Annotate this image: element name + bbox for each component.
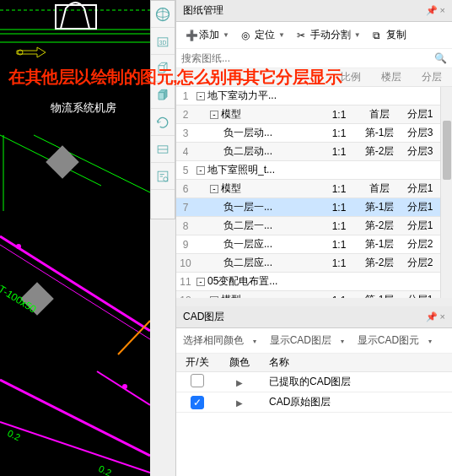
row-ratio: 1:1	[319, 183, 359, 195]
tree-row[interactable]: 11-05变配电布置...	[176, 273, 440, 291]
row-index: 1	[176, 90, 195, 102]
tree-header: 图元 比例 楼层 分层	[176, 68, 452, 87]
cad-num-b: 0.2	[97, 463, 113, 476]
scroll-thumb[interactable]	[443, 121, 451, 180]
row-floor: 第-2层	[359, 256, 400, 270]
tool-3d[interactable]: 3D	[151, 28, 175, 55]
pin-icon[interactable]: 📌 ×	[426, 5, 445, 16]
drawing-panel-title: 图纸管理	[183, 3, 223, 18]
col-layer[interactable]: 分层	[412, 70, 452, 84]
tree-row[interactable]: 8负二层一...1:1第-2层分层1	[176, 217, 440, 235]
tool-globe[interactable]	[151, 1, 175, 28]
svg-point-12	[16, 244, 21, 249]
tree-row[interactable]: 9负一层应...1:1第-1层分层2	[176, 235, 440, 254]
expander-icon[interactable]: -	[196, 166, 205, 175]
col-floor[interactable]: 楼层	[371, 70, 412, 84]
split-button[interactable]: ✂手动分割▼	[293, 25, 365, 45]
row-floor: 第-2层	[359, 219, 400, 233]
opt-show-layer[interactable]: 显示CAD图层 ▾	[270, 334, 350, 346]
scissors-icon: ✂	[297, 30, 309, 41]
row-ratio: 1:1	[319, 127, 359, 139]
plus-icon: ➕	[186, 30, 197, 41]
opt-same-color[interactable]: 选择相同颜色 ▾	[183, 334, 261, 346]
row-ratio: 1:1	[319, 239, 359, 251]
cad-room-label: 物流系统机房	[51, 101, 116, 114]
row-layer: 分层1	[400, 200, 440, 214]
copy-button[interactable]: ⧉复制	[369, 25, 411, 45]
row-layer: 分层3	[400, 126, 440, 140]
opt-show-elem[interactable]: 显示CAD图元 ▾	[358, 334, 438, 346]
expander-icon[interactable]: -	[210, 185, 218, 193]
col-color[interactable]: 颜色	[218, 355, 261, 370]
tree-row[interactable]: 7负一层一...1:1第-1层分层1	[176, 198, 440, 217]
tool-cube-wire[interactable]	[151, 55, 175, 82]
scrollbar[interactable]	[440, 87, 452, 298]
cad-num-a: 0.2	[6, 428, 22, 442]
row-layer: 分层2	[400, 256, 440, 270]
cad-layer-name: CAD原始图层	[261, 395, 452, 409]
drawing-tree[interactable]: 1-地下室动力平...2-模型1:1首层分层13负一层动...1:1第-1层分层…	[176, 87, 440, 298]
tree-row[interactable]: 12-模型1:1第-1层分层1	[176, 291, 440, 298]
tool-cube-solid[interactable]	[151, 82, 175, 109]
copy-icon: ⧉	[373, 30, 385, 41]
cad-layer-row[interactable]: ▶已提取的CAD图层	[176, 372, 452, 392]
expand-icon[interactable]: ▶	[236, 398, 243, 408]
drawing-panel-header: 图纸管理 📌 ×	[176, 0, 452, 22]
cad-layer-options: 选择相同颜色 ▾ 显示CAD图层 ▾ 显示CAD图元 ▾	[176, 328, 452, 354]
row-layer: 分层1	[400, 107, 440, 122]
tree-row[interactable]: 1-地下室动力平...	[176, 87, 440, 105]
row-name: -地下室照明_t...	[195, 163, 319, 177]
view-toolstrip: 3D	[150, 0, 175, 219]
svg-line-14	[0, 422, 150, 473]
row-index: 7	[176, 202, 195, 214]
svg-point-16	[122, 384, 127, 389]
expander-icon[interactable]: -	[210, 111, 218, 119]
row-layer: 分层1	[400, 181, 440, 196]
row-ratio: 1:1	[319, 220, 359, 232]
row-layer: 分层3	[400, 144, 440, 159]
row-floor: 第-2层	[359, 144, 400, 159]
row-ratio: 1:1	[319, 146, 359, 158]
tree-row[interactable]: 6-模型1:1首层分层1	[176, 180, 440, 198]
expander-icon[interactable]: -	[196, 92, 205, 100]
row-name: -地下室动力平...	[195, 89, 319, 103]
cad-viewport[interactable]: 物流系统机房 CT-100x50 0.2 0.2	[0, 0, 150, 476]
row-name: -模型	[195, 181, 319, 196]
pin-icon-2[interactable]: 📌 ×	[426, 311, 445, 322]
row-name: -模型	[195, 107, 319, 122]
tree-row[interactable]: 4负二层动...1:1第-2层分层3	[176, 143, 440, 161]
tree-row[interactable]: 2-模型1:1首层分层1	[176, 105, 440, 124]
row-floor: 首层	[359, 181, 400, 196]
search-icon[interactable]: 🔍	[434, 52, 447, 64]
row-ratio: 1:1	[319, 257, 359, 269]
row-floor: 第-1层	[359, 200, 400, 214]
add-button[interactable]: ➕添加▼	[181, 25, 234, 45]
cad-table-header: 开/关 颜色 名称	[176, 354, 452, 372]
cad-layer-row[interactable]: ✓▶CAD原始图层	[176, 392, 452, 413]
row-index: 10	[176, 257, 195, 269]
search-input[interactable]	[181, 52, 434, 64]
cad-layer-header: CAD图层 📌 ×	[176, 306, 452, 328]
col-cad-name[interactable]: 名称	[261, 355, 452, 370]
row-name: 负二层一...	[195, 219, 319, 233]
col-ratio[interactable]: 比例	[331, 70, 371, 84]
row-name: 负一层动...	[195, 126, 319, 140]
tool-rotate[interactable]	[151, 109, 175, 136]
tree-row[interactable]: 3负一层动...1:1第-1层分层3	[176, 124, 440, 143]
tree-row[interactable]: 10负二层应...1:1第-2层分层2	[176, 254, 440, 273]
checkbox[interactable]: ✓	[191, 396, 204, 409]
tool-section[interactable]	[151, 136, 175, 163]
tree-row[interactable]: 5-地下室照明_t...	[176, 161, 440, 180]
svg-point-27	[164, 176, 168, 181]
drawing-toolbar: ➕添加▼ ◎定位▼ ✂手动分割▼ ⧉复制	[176, 22, 452, 49]
svg-rect-8	[46, 145, 79, 179]
locate-button[interactable]: ◎定位▼	[237, 25, 289, 45]
expander-icon[interactable]: -	[196, 278, 205, 286]
row-index: 11	[176, 276, 195, 288]
checkbox[interactable]	[191, 374, 204, 387]
expand-icon[interactable]: ▶	[236, 378, 243, 387]
tool-properties[interactable]	[151, 163, 175, 190]
row-floor: 首层	[359, 107, 400, 122]
col-onoff[interactable]: 开/关	[176, 355, 218, 370]
row-name: 负一层应...	[195, 237, 319, 252]
